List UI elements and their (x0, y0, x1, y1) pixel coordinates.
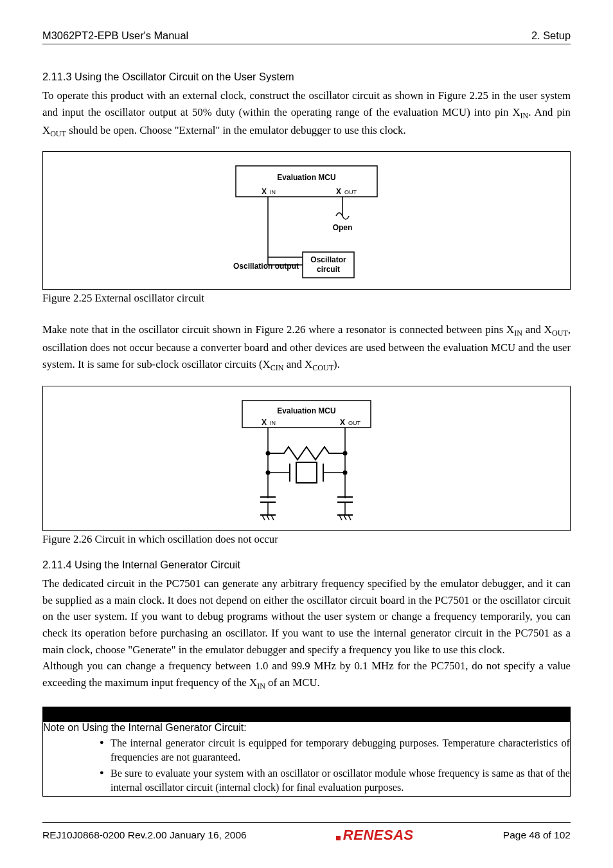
text: Make note that in the oscillator circuit… (42, 323, 514, 336)
osc-output-label: Oscillation output (233, 262, 299, 271)
xin-label-2: X (262, 418, 267, 427)
svg-line-28 (271, 515, 274, 520)
figure-2-26-svg: Evaluation MCU X IN X OUT (223, 395, 390, 524)
important-list: The internal generator circuit is equipp… (100, 736, 570, 795)
figure-2-26-caption: Figure 2.26 Circuit in which oscillation… (42, 533, 571, 546)
text: and X (522, 323, 552, 336)
text: ). (333, 358, 340, 370)
xout-label-2: X (340, 418, 345, 427)
heading-2-11-4: 2.11.4 Using the Internal Generator Circ… (42, 559, 571, 571)
important-black-bar (43, 707, 571, 721)
para-2-11-4-b: Although you can change a frequency betw… (42, 658, 571, 692)
important-body: Note on Using the Internal Generator Cir… (43, 721, 571, 796)
heading-2-11-3: 2.11.3 Using the Oscillator Circuit on t… (42, 71, 571, 83)
para-2-11-4-a: The dedicated circuit in the PC7501 can … (42, 575, 571, 658)
svg-line-30 (339, 515, 342, 520)
footer-right: Page 48 of 102 (503, 829, 571, 841)
footer-left: REJ10J0868-0200 Rev.2.00 January 16, 200… (42, 829, 247, 841)
osc-circuit-l1: Oscillator (310, 255, 346, 264)
sub-in: IN (514, 329, 522, 338)
page-content: 2.11.3 Using the Oscillator Circuit on t… (42, 71, 571, 797)
xin-sub: IN (270, 189, 276, 195)
xout-label: X (336, 187, 341, 196)
open-label: Open (333, 223, 353, 232)
page-header: M3062PT2-EPB User's Manual 2. Setup (42, 30, 571, 44)
text: and X (283, 358, 312, 370)
figure-2-25-frame: Evaluation MCU X IN X OUT Open Oscillato… (42, 151, 571, 290)
xin-label: X (262, 187, 267, 196)
sub-cin: CIN (271, 363, 284, 372)
figure-2-25-svg: Evaluation MCU X IN X OUT Open Oscillato… (204, 161, 409, 283)
header-left: M3062PT2-EPB User's Manual (42, 30, 188, 42)
svg-line-27 (267, 515, 269, 520)
logo-text: RENESAS (343, 827, 414, 844)
eval-mcu-label-2: Evaluation MCU (277, 406, 335, 415)
sub-in: IN (257, 682, 265, 691)
sub-cout: COUT (312, 363, 333, 372)
xout-sub: OUT (344, 189, 357, 195)
important-box: Note on Using the Internal Generator Cir… (42, 707, 571, 797)
para-2-11-3: To operate this product with an external… (42, 87, 571, 140)
important-title: Note on Using the Internal Generator Cir… (43, 722, 570, 734)
text: should be open. Choose "External" in the… (66, 124, 406, 136)
header-right: 2. Setup (531, 30, 571, 42)
para-resonator-note: Make note that in the oscillator circuit… (42, 321, 571, 374)
svg-line-32 (348, 515, 351, 520)
logo-dot-icon (336, 836, 341, 840)
svg-line-26 (262, 515, 265, 520)
text: of an MCU. (265, 676, 320, 689)
important-item-1: The internal generator circuit is equipp… (100, 736, 570, 765)
figure-2-26-frame: Evaluation MCU X IN X OUT (42, 386, 571, 531)
figure-2-25-caption: Figure 2.25 External oscillator circuit (42, 292, 571, 305)
svg-line-31 (344, 515, 346, 520)
xout-sub-2: OUT (348, 420, 361, 426)
page-footer: REJ10J0868-0200 Rev.2.00 January 16, 200… (42, 822, 571, 844)
sub-out: OUT (50, 129, 66, 138)
sub-in: IN (520, 111, 529, 120)
renesas-logo: RENESAS (336, 827, 414, 844)
sub-out: OUT (552, 329, 568, 338)
svg-rect-18 (296, 462, 317, 483)
page: M3062PT2-EPB User's Manual 2. Setup 2.11… (0, 0, 613, 868)
important-item-2: Be sure to evaluate your system with an … (100, 766, 570, 795)
text: To operate this product with an external… (42, 89, 571, 118)
xin-sub-2: IN (270, 420, 276, 426)
osc-circuit-l2: circuit (317, 265, 340, 274)
eval-mcu-label: Evaluation MCU (277, 173, 335, 182)
